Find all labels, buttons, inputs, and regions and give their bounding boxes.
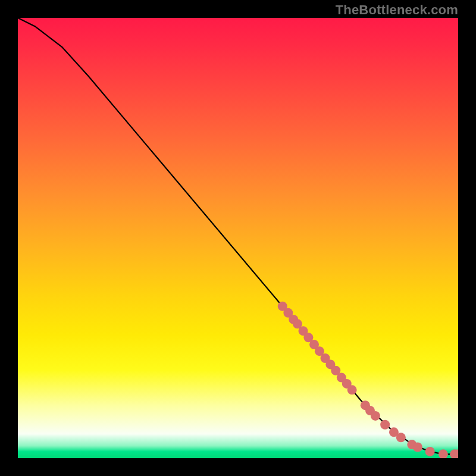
curve-line: [18, 18, 458, 454]
chart-frame: TheBottleneck.com: [0, 0, 476, 476]
data-marker: [347, 385, 357, 394]
data-marker: [425, 447, 435, 456]
data-marker: [413, 443, 422, 452]
attribution-text: TheBottleneck.com: [336, 2, 458, 18]
data-marker: [396, 433, 406, 442]
plot-area: [18, 18, 458, 458]
data-marker: [371, 411, 380, 421]
chart-svg: [18, 18, 458, 458]
data-markers: [278, 302, 458, 458]
data-marker: [380, 420, 390, 430]
data-marker: [439, 449, 448, 458]
